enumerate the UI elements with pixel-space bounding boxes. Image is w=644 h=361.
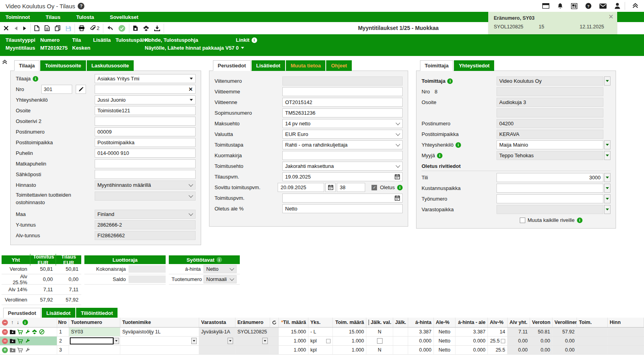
- title-help-icon[interactable]: ?: [78, 3, 84, 9]
- next-record-button[interactable]: [23, 26, 27, 31]
- order-date-input[interactable]: 19.09.2025: [282, 172, 403, 181]
- help-icon[interactable]: ?: [585, 3, 592, 9]
- contact-dropdown-button[interactable]: [604, 140, 610, 149]
- country-select[interactable]: Finland: [95, 210, 196, 219]
- edit-customer-button[interactable]: [76, 85, 86, 94]
- our-reference-input[interactable]: [282, 87, 403, 96]
- tab-laskutusosoite[interactable]: Laskutusosoite: [87, 60, 134, 71]
- line-backorder-flag[interactable]: N: [366, 328, 393, 336]
- account-select[interactable]: 3000: [497, 173, 603, 182]
- purchase-price-list-select[interactable]: [95, 192, 196, 201]
- contact-person-select[interactable]: Jussi Juonio: [95, 95, 196, 104]
- col-tuotenumero[interactable]: Tuotenumero: [69, 318, 120, 327]
- download-button[interactable]: [154, 25, 160, 31]
- supplier-select[interactable]: Video Koulutus Oy: [497, 76, 603, 86]
- notifications-bell-icon[interactable]: [557, 3, 563, 9]
- cost-center-select[interactable]: [497, 184, 603, 193]
- col-ale[interactable]: Ale-%: [434, 318, 455, 327]
- address-input[interactable]: Toimistotie121: [95, 106, 196, 115]
- tab-lines-perustiedot[interactable]: Perustiedot: [3, 308, 41, 318]
- col-til-maara[interactable]: *Til. määrä: [279, 318, 308, 327]
- line-discount[interactable]: Netto: [434, 346, 455, 354]
- currency-select[interactable]: EUR Euro: [282, 130, 403, 139]
- calendar-icon[interactable]: [395, 174, 400, 179]
- line-delivered-qty[interactable]: 15.000: [333, 328, 366, 336]
- week-number-input[interactable]: 38: [337, 183, 365, 192]
- wrench-icon[interactable]: [25, 348, 30, 353]
- menu-tilaus[interactable]: Tilaus: [40, 14, 71, 20]
- line-product-number[interactable]: [69, 346, 120, 354]
- col-veroton[interactable]: Veroton: [530, 318, 553, 327]
- price-list-select[interactable]: Myyntihinnasto määrillä: [95, 180, 196, 190]
- warehouse-dropdown-button[interactable]: [604, 205, 610, 214]
- collapse-header-icon[interactable]: [632, 2, 638, 10]
- news-icon[interactable]: [571, 3, 577, 9]
- delete-row-icon[interactable]: −: [2, 320, 8, 326]
- dropbox-button[interactable]: [143, 26, 149, 31]
- tab-lines-lisatiedot[interactable]: Lisätiedot: [42, 308, 75, 318]
- supplier-dropdown-button[interactable]: [604, 76, 610, 86]
- line-backorder-flag[interactable]: N: [366, 346, 393, 354]
- work-number-dropdown-button[interactable]: [604, 194, 610, 203]
- unit-edit-button[interactable]: [326, 339, 330, 343]
- move-row-up-icon[interactable]: ↑: [11, 320, 13, 325]
- unit-price-mode-select[interactable]: Netto: [203, 265, 237, 273]
- previous-record-button[interactable]: [14, 26, 18, 31]
- copy-button[interactable]: [55, 25, 60, 31]
- folder-add-icon[interactable]: [10, 348, 15, 352]
- agreed-delivery-date-input[interactable]: 20.09.2025: [278, 183, 324, 192]
- folder-add-icon[interactable]: [10, 329, 15, 334]
- supplier-contact-select[interactable]: Maija Mainio: [497, 140, 603, 149]
- tab-muuta-tietoa[interactable]: Muuta tietoa: [286, 60, 326, 71]
- add-line-icon[interactable]: +: [2, 347, 8, 353]
- customer-search-field[interactable]: ✕: [95, 85, 196, 94]
- clear-icon[interactable]: ✕: [189, 86, 193, 92]
- print-button[interactable]: [78, 25, 85, 31]
- lines-info-icon[interactable]: i: [22, 320, 28, 325]
- warehouse-dropdown-button[interactable]: [228, 338, 233, 344]
- line-delivered-qty[interactable]: 1.000: [333, 337, 366, 345]
- batch-dropdown-button[interactable]: [262, 338, 268, 344]
- tab-toimittaja[interactable]: Toimittaja: [420, 60, 453, 71]
- refresh-batches-icon[interactable]: [270, 318, 279, 327]
- jalk-val-header-checkbox[interactable]: [368, 320, 369, 325]
- col-tuotenimike[interactable]: Tuotenimike: [120, 318, 199, 327]
- open-document-button[interactable]: [45, 25, 50, 31]
- calendar-icon[interactable]: [395, 195, 400, 201]
- contract-number-input[interactable]: TM52631236: [282, 108, 403, 117]
- warehouse-select[interactable]: [497, 205, 603, 214]
- product-number-mode-select[interactable]: Normaali: [203, 275, 237, 283]
- wrench-icon[interactable]: [25, 339, 30, 344]
- delivery-terms-select[interactable]: Jakorahti maksettuna: [282, 162, 403, 171]
- entry-modes-info-icon[interactable]: i: [217, 257, 222, 262]
- oletus-info-icon[interactable]: i: [397, 185, 403, 190]
- menu-tulosta[interactable]: Tulosta: [71, 14, 104, 20]
- line-discount[interactable]: Netto: [434, 328, 455, 336]
- col-nro[interactable]: Nro: [57, 318, 69, 327]
- menu-sovellukset[interactable]: Sovellukset: [104, 14, 148, 20]
- new-document-button[interactable]: [34, 25, 39, 31]
- tab-toimitusosoite[interactable]: Toimitusosoite: [40, 60, 86, 71]
- tilaaja-select[interactable]: Asiakas Yritys Tmi: [95, 74, 196, 83]
- order-line-row-selected[interactable]: − 2 1.000 kpl 1.000 0.000 Netto 0.000 25…: [0, 337, 644, 346]
- order-line-row-new[interactable]: + 3 1.000 kpl 1.000 N 0.000 Netto 0.000 …: [0, 346, 644, 355]
- apply-all-rows-checkbox[interactable]: [520, 218, 525, 223]
- line-price-after-discount[interactable]: 0.000: [455, 337, 488, 345]
- folder-add-icon[interactable]: [10, 339, 15, 343]
- delivery-date-input[interactable]: [282, 194, 403, 203]
- tab-tilaaja[interactable]: Tilaaja: [14, 60, 39, 71]
- contact-info-icon[interactable]: i: [455, 142, 461, 148]
- customer-number-input[interactable]: 301: [41, 85, 72, 94]
- collapse-panel-icon[interactable]: [2, 59, 7, 66]
- line-warehouse[interactable]: [199, 346, 235, 354]
- line-product-number[interactable]: SY03: [69, 328, 120, 336]
- unlink-icon[interactable]: [39, 329, 45, 335]
- col-toim[interactable]: Toim.: [577, 318, 608, 327]
- myyja-info-icon[interactable]: i: [437, 153, 442, 158]
- line-unit-price[interactable]: 0.000: [408, 337, 434, 345]
- user-icon[interactable]: [614, 3, 620, 9]
- line-price-after-discount[interactable]: 3.387: [455, 328, 488, 336]
- name-dropdown-button[interactable]: [191, 338, 197, 344]
- col-toim-maara[interactable]: Toim. määrä: [333, 318, 366, 327]
- col-yks[interactable]: Yks.: [308, 318, 333, 327]
